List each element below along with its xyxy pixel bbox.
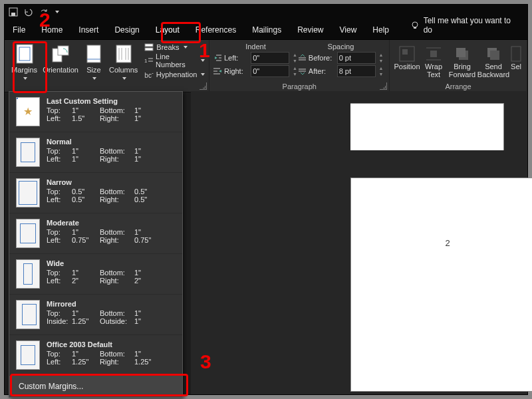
size-label: Size	[86, 66, 100, 74]
hyphenation-icon: bc-	[144, 70, 153, 79]
preset-body: NarrowTop:0.5"Bottom:0.5"Left:0.5"Right:…	[47, 178, 176, 207]
size-button[interactable]: Size	[81, 43, 106, 82]
indent-right-label: Right:	[224, 67, 248, 75]
bring-forward-button[interactable]: Bring Forward	[447, 45, 477, 78]
svg-rect-32	[430, 51, 437, 57]
tell-me[interactable]: Tell me what you want to do	[402, 11, 527, 39]
indent-left-label: Left:	[224, 54, 248, 62]
svg-text:1: 1	[144, 58, 148, 64]
selection-label: Sel	[511, 63, 521, 70]
space-before-input[interactable]	[337, 52, 376, 64]
preset-body: ModerateTop:1"Bottom:1"Left:0.75"Right:0…	[47, 219, 176, 248]
hyphenation-button[interactable]: bc-Hyphenation	[144, 69, 205, 80]
tab-design[interactable]: Design	[106, 21, 147, 39]
undo-icon[interactable]	[23, 7, 34, 17]
indent-left-icon	[213, 54, 221, 62]
page-number: 2	[445, 238, 450, 248]
space-before-icon	[297, 54, 305, 62]
preset-icon	[16, 219, 40, 248]
ribbon-tabs: File Home Insert Design Layout Reference…	[5, 19, 527, 40]
anno-box-margins	[13, 41, 47, 93]
ribbon: Margins Orientation Size Columns Breaks …	[5, 40, 527, 92]
indent-right-spinner[interactable]: ▲▼	[292, 65, 297, 77]
size-icon	[84, 44, 104, 64]
svg-rect-15	[145, 44, 153, 47]
qat-more-icon[interactable]	[55, 11, 59, 13]
columns-button[interactable]: Columns	[106, 43, 140, 82]
preset-body: Last Custom SettingTop:1"Bottom:1"Left:1…	[47, 97, 176, 126]
spacing-header: Spacing	[297, 43, 384, 51]
breaks-label: Breaks	[156, 43, 179, 51]
preset-body: MirroredTop:1"Bottom:1"Inside:1.25"Outsi…	[47, 300, 176, 329]
preset-icon	[16, 340, 40, 370]
line-numbers-button[interactable]: 1Line Numbers	[144, 52, 205, 69]
hyphenation-label: Hyphenation	[156, 70, 198, 78]
indent-right-icon	[213, 67, 221, 75]
line-numbers-label: Line Numbers	[156, 53, 197, 68]
svg-rect-3	[414, 27, 416, 29]
page-setup-launcher[interactable]	[200, 82, 207, 90]
breaks-icon	[144, 43, 154, 51]
selection-pane-button[interactable]: Sel	[509, 45, 523, 78]
indent-right-input[interactable]	[251, 65, 289, 77]
arrange-group-label: Arrange	[390, 82, 527, 90]
margin-preset-mirrored[interactable]: MirroredTop:1"Bottom:1"Inside:1.25"Outsi…	[9, 295, 182, 335]
document-area[interactable]: 2	[191, 91, 527, 394]
tab-insert[interactable]: Insert	[70, 21, 106, 39]
group-arrange: Position Wrap Text Bring Forward Send Ba…	[390, 40, 527, 92]
anno-1: 1	[199, 39, 210, 62]
tab-help[interactable]: Help	[364, 21, 397, 39]
space-after-spinner[interactable]: ▲▼	[378, 65, 384, 77]
anno-box-custom	[10, 374, 188, 396]
preset-title: Wide	[47, 259, 176, 267]
wrap-text-button[interactable]: Wrap Text	[420, 45, 447, 78]
margin-preset-normal[interactable]: NormalTop:1"Bottom:1"Left:1"Right:1"	[9, 132, 182, 173]
margin-preset-moderate[interactable]: ModerateTop:1"Bottom:1"Left:0.75"Right:0…	[9, 213, 182, 254]
preset-title: Narrow	[47, 178, 176, 186]
indent-header: Indent	[213, 43, 297, 51]
save-icon[interactable]	[9, 7, 18, 17]
orientation-icon	[51, 44, 70, 64]
group-paragraph: Indent Left: ▲▼ Right: ▲▼ Sp	[209, 40, 390, 92]
columns-label: Columns	[109, 66, 138, 74]
preset-icon	[16, 178, 40, 207]
svg-rect-38	[490, 51, 499, 60]
line-numbers-icon: 1	[144, 57, 153, 65]
svg-rect-10	[116, 45, 131, 63]
tell-me-label: Tell me what you want to do	[424, 16, 519, 35]
margin-preset-narrow[interactable]: NarrowTop:0.5"Bottom:0.5"Left:0.5"Right:…	[9, 173, 182, 213]
preset-icon	[16, 138, 40, 167]
margin-preset-last-custom-setting[interactable]: Last Custom SettingTop:1"Bottom:1"Left:1…	[9, 92, 182, 132]
space-after-icon	[297, 67, 305, 75]
space-after-input[interactable]	[337, 65, 376, 77]
paragraph-launcher[interactable]	[380, 82, 387, 90]
page-prev	[350, 103, 504, 150]
position-button[interactable]: Position	[394, 45, 420, 78]
space-before-spinner[interactable]: ▲▼	[378, 52, 384, 64]
preset-title: Moderate	[47, 219, 176, 227]
preset-title: Normal	[47, 138, 176, 146]
forward-label: Bring Forward	[447, 63, 477, 78]
svg-rect-1	[11, 13, 15, 16]
tab-view[interactable]: View	[332, 21, 365, 39]
preset-body: WideTop:1"Bottom:1"Left:2"Right:2"	[47, 259, 176, 289]
tab-review[interactable]: Review	[289, 21, 331, 39]
send-backward-button[interactable]: Send Backward	[477, 45, 509, 78]
tab-mailings[interactable]: Mailings	[244, 21, 289, 39]
anno-box-layout	[161, 22, 201, 43]
columns-icon	[114, 44, 134, 64]
indent-left-input[interactable]	[251, 52, 289, 64]
svg-point-2	[412, 22, 418, 27]
svg-rect-31	[402, 49, 408, 55]
position-label: Position	[394, 63, 420, 70]
svg-rect-36	[456, 48, 466, 57]
preset-icon	[16, 300, 40, 329]
paragraph-group-label: Paragraph	[209, 82, 389, 90]
margin-preset-wide[interactable]: WideTop:1"Bottom:1"Left:2"Right:2"	[9, 254, 182, 295]
indent-left-spinner[interactable]: ▲▼	[292, 52, 297, 64]
space-after-label: After:	[309, 67, 334, 75]
anno-2: 2	[39, 9, 51, 31]
margin-preset-office-2003-default[interactable]: Office 2003 DefaultTop:1"Bottom:1"Left:1…	[9, 335, 182, 376]
tab-file[interactable]: File	[5, 21, 33, 39]
breaks-button[interactable]: Breaks	[144, 43, 205, 52]
